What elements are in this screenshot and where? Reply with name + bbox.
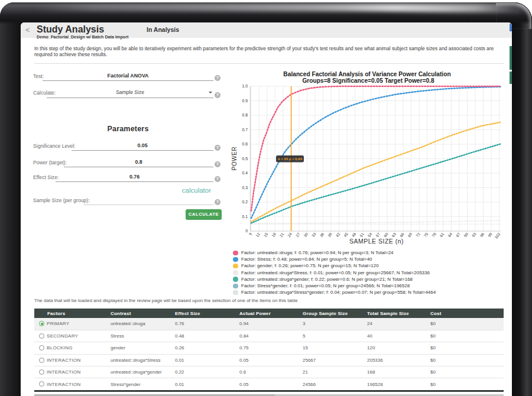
svg-text:9: 9 (248, 232, 253, 236)
svg-text:33: 33 (311, 232, 317, 238)
svg-text:15: 15 (263, 232, 269, 238)
svg-text:Groups=8 Significance=0.05 Tar: Groups=8 Significance=0.05 Target Power=… (302, 77, 434, 84)
svg-text:0.6: 0.6 (242, 142, 248, 146)
svg-text:66: 66 (399, 232, 405, 238)
svg-text:42: 42 (335, 232, 341, 238)
svg-text:Balanced Factorial Analysis of: Balanced Factorial Analysis of Variance … (283, 71, 450, 77)
svg-text:45: 45 (343, 232, 349, 238)
svg-text:84: 84 (447, 232, 453, 238)
svg-text:12: 12 (255, 232, 261, 238)
svg-text:0.1: 0.1 (242, 215, 248, 219)
svg-text:51: 51 (359, 232, 365, 238)
svg-text:0.5: 0.5 (242, 157, 248, 161)
svg-text:87: 87 (455, 232, 461, 238)
svg-text:0.7: 0.7 (242, 128, 248, 132)
svg-text:0.3: 0.3 (242, 186, 248, 190)
svg-text:48: 48 (351, 232, 357, 238)
svg-text:63: 63 (391, 232, 397, 238)
svg-text:30: 30 (303, 232, 309, 238)
svg-text:24: 24 (287, 232, 293, 238)
svg-text:18: 18 (271, 232, 277, 238)
svg-text:69: 69 (407, 232, 413, 238)
svg-text:90: 90 (463, 232, 469, 238)
svg-text:54: 54 (367, 232, 373, 238)
svg-text:21: 21 (279, 232, 285, 238)
svg-text:SAMPLE SIZE (n): SAMPLE SIZE (n) (349, 238, 404, 245)
svg-text:81: 81 (439, 232, 445, 238)
svg-text:102: 102 (494, 232, 501, 239)
svg-text:39: 39 (327, 232, 333, 238)
svg-text:75: 75 (423, 232, 429, 238)
svg-text:96: 96 (479, 232, 485, 238)
svg-text:0: 0 (245, 229, 248, 233)
svg-text:60: 60 (383, 232, 389, 238)
svg-text:72: 72 (415, 232, 421, 238)
svg-text:n = 24 p = 0.94: n = 24 p = 0.94 (278, 157, 303, 161)
svg-text:0.4: 0.4 (242, 171, 248, 175)
svg-text:0.9: 0.9 (242, 99, 248, 103)
svg-text:36: 36 (319, 232, 325, 238)
svg-text:93: 93 (471, 232, 477, 238)
svg-text:99: 99 (487, 232, 493, 238)
svg-text:78: 78 (431, 232, 437, 238)
svg-text:POWER: POWER (231, 147, 238, 170)
svg-text:27: 27 (295, 232, 301, 238)
svg-text:1.0: 1.0 (242, 84, 248, 88)
svg-text:0.8: 0.8 (242, 113, 248, 117)
svg-text:57: 57 (375, 232, 381, 238)
svg-text:0.2: 0.2 (242, 200, 248, 204)
